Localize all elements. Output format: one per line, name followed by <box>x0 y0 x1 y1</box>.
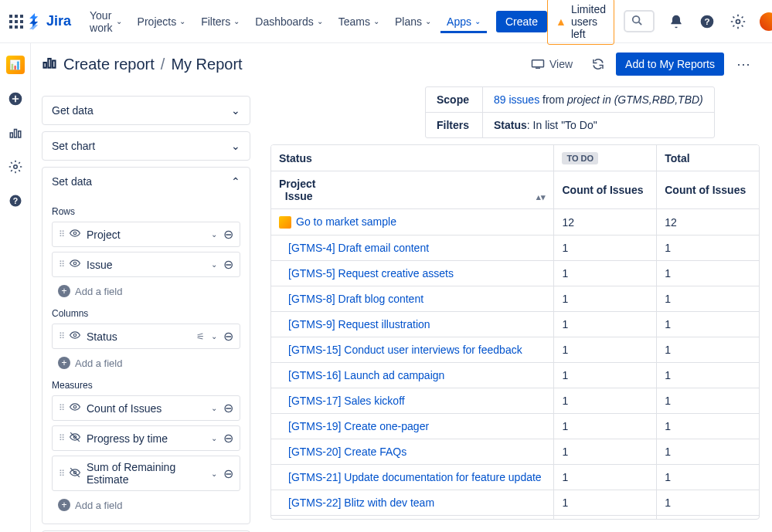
table-row: [GTMS-9] Request illustration11 <box>271 312 759 337</box>
nav-item-teams[interactable]: Teams⌄ <box>332 11 386 32</box>
rail-add-icon[interactable] <box>6 90 25 108</box>
issue-link[interactable]: [GTMS-4] Draft email content <box>288 242 429 254</box>
table-row: Go to market sample1212 <box>271 209 759 236</box>
breadcrumb-parent[interactable]: Create report <box>63 56 155 73</box>
field-row[interactable]: ⠿ Progress by time ⌄ ⊖ <box>52 425 240 451</box>
field-row[interactable]: ⠿ Count of Issues ⌄ ⊖ <box>52 395 240 421</box>
user-avatar[interactable] <box>757 9 772 34</box>
visibility-icon[interactable] <box>70 258 80 271</box>
col-count-todo[interactable]: Count of Issues <box>554 171 657 209</box>
project-link[interactable]: Go to market sample <box>296 215 396 228</box>
svg-rect-21 <box>44 63 46 68</box>
nav-item-filters[interactable]: Filters⌄ <box>195 11 246 32</box>
visibility-icon[interactable] <box>70 228 80 241</box>
limited-users-banner[interactable]: ▲ Limited users left <box>547 0 614 45</box>
issue-link[interactable]: [GTMS-16] Launch ad campaign <box>288 369 444 381</box>
scope-from: from <box>542 93 564 106</box>
nav-item-dashboards[interactable]: Dashboards⌄ <box>249 11 329 32</box>
rail-reports-icon[interactable] <box>6 124 25 142</box>
set-data-label: Set data <box>52 175 92 188</box>
chevron-down-icon[interactable]: ⌄ <box>211 332 217 341</box>
visibility-icon[interactable] <box>70 402 80 415</box>
rail-app-icon[interactable]: 📊 <box>6 56 25 74</box>
drag-handle-icon[interactable]: ⠿ <box>59 331 63 341</box>
jira-logo[interactable]: Jira <box>26 13 71 30</box>
svg-rect-6 <box>9 25 12 29</box>
sort-icon[interactable]: ▴▾ <box>536 192 546 202</box>
nav-item-apps[interactable]: Apps⌄ <box>440 11 487 32</box>
remove-icon[interactable]: ⊖ <box>223 227 233 242</box>
add-column-field[interactable]: + Add a field <box>52 354 240 372</box>
more-menu-icon[interactable]: ⋯ <box>730 53 757 76</box>
chevron-down-icon[interactable]: ⌄ <box>211 469 217 478</box>
chevron-down-icon[interactable]: ⌄ <box>211 404 217 412</box>
field-row[interactable]: ⠿ Sum of Remaining Estimate ⌄ ⊖ <box>52 456 240 491</box>
issue-link[interactable]: [GTMS-17] Sales kickoff <box>288 395 405 407</box>
drag-handle-icon[interactable]: ⠿ <box>59 259 63 269</box>
issue-link[interactable]: [GTMS-20] Create FAQs <box>288 446 406 458</box>
field-name: Sum of Remaining Estimate <box>87 461 205 486</box>
rail-settings-icon[interactable] <box>6 158 25 176</box>
chevron-down-icon[interactable]: ⌄ <box>211 260 217 269</box>
issue-link[interactable]: [GTMS-8] Draft blog content <box>288 293 423 305</box>
svg-rect-1 <box>15 15 18 18</box>
col-todo-header[interactable]: TO DO <box>554 145 657 171</box>
remove-icon[interactable]: ⊖ <box>223 401 233 415</box>
get-data-section[interactable]: Get data ⌄ <box>43 97 250 124</box>
drag-handle-icon[interactable]: ⠿ <box>59 433 63 443</box>
svg-point-27 <box>73 262 77 265</box>
table-row: [GTMS-8] Draft blog content11 <box>271 286 759 312</box>
filter-icon[interactable]: ⚟ <box>196 331 205 342</box>
nav-item-projects[interactable]: Projects⌄ <box>131 11 192 32</box>
drag-handle-icon[interactable]: ⠿ <box>59 403 63 413</box>
project-icon <box>279 216 291 229</box>
issue-link[interactable]: [GTMS-9] Request illustration <box>288 318 430 330</box>
field-row[interactable]: ⠿ Status ⚟ ⌄ ⊖ <box>52 324 240 349</box>
field-row[interactable]: ⠿ Issue ⌄ ⊖ <box>52 252 240 277</box>
svg-point-13 <box>736 19 740 23</box>
refresh-button[interactable] <box>587 53 610 76</box>
drag-handle-icon[interactable]: ⠿ <box>59 469 63 479</box>
visibility-icon[interactable] <box>70 330 80 343</box>
help-icon[interactable]: ? <box>695 9 719 34</box>
issue-link[interactable]: [GTMS-5] Request creative assets <box>288 267 454 280</box>
add-row-field[interactable]: + Add a field <box>52 282 240 300</box>
chevron-up-icon: ⌃ <box>231 175 240 188</box>
app-switcher-icon[interactable] <box>9 12 23 31</box>
filters-status: Status <box>494 119 527 131</box>
add-measure-field[interactable]: + Add a field <box>52 496 240 514</box>
view-button[interactable]: View <box>523 53 580 75</box>
search-box[interactable] <box>624 10 655 32</box>
set-chart-section[interactable]: Set chart ⌄ <box>43 132 250 160</box>
drag-handle-icon[interactable]: ⠿ <box>59 229 63 239</box>
chevron-down-icon[interactable]: ⌄ <box>211 434 217 442</box>
remove-icon[interactable]: ⊖ <box>223 466 233 481</box>
col-status-header[interactable]: Status <box>271 145 554 171</box>
col-total-header[interactable]: Total <box>657 145 759 171</box>
remove-icon[interactable]: ⊖ <box>223 431 233 446</box>
col-project-issue-header[interactable]: Project Issue ▴▾ <box>271 171 554 209</box>
scope-issues-link[interactable]: 89 issues <box>494 93 539 106</box>
issue-link[interactable]: [GTMS-21] Update documentation for featu… <box>288 471 542 483</box>
visibility-icon[interactable] <box>70 467 80 480</box>
add-to-reports-button[interactable]: Add to My Reports <box>616 53 724 76</box>
visibility-icon[interactable] <box>70 432 80 445</box>
notifications-icon[interactable] <box>664 9 689 34</box>
issue-link[interactable]: [GTMS-15] Conduct user interviews for fe… <box>288 344 522 356</box>
remove-icon[interactable]: ⊖ <box>223 257 233 272</box>
field-row[interactable]: ⠿ Project ⌄ ⊖ <box>52 222 240 247</box>
svg-point-9 <box>633 16 640 23</box>
svg-rect-7 <box>15 25 18 29</box>
set-data-section[interactable]: Set data ⌃ <box>43 168 250 195</box>
create-button[interactable]: Create <box>496 11 547 32</box>
issue-link[interactable]: [GTMS-22] Blitz with dev team <box>288 496 434 509</box>
remove-icon[interactable]: ⊖ <box>223 329 233 344</box>
col-count-total[interactable]: Count of Issues <box>657 171 759 209</box>
issue-link[interactable]: [GTMS-19] Create one-pager <box>288 420 429 432</box>
rail-help-icon[interactable]: ? <box>6 191 25 210</box>
settings-icon[interactable] <box>726 9 750 34</box>
nav-item-your-work[interactable]: Your work⌄ <box>83 5 128 39</box>
scope-info-box: Scope 89 issues from project in (GTMS,RB… <box>425 86 715 138</box>
nav-item-plans[interactable]: Plans⌄ <box>389 11 437 32</box>
chevron-down-icon[interactable]: ⌄ <box>211 230 217 239</box>
